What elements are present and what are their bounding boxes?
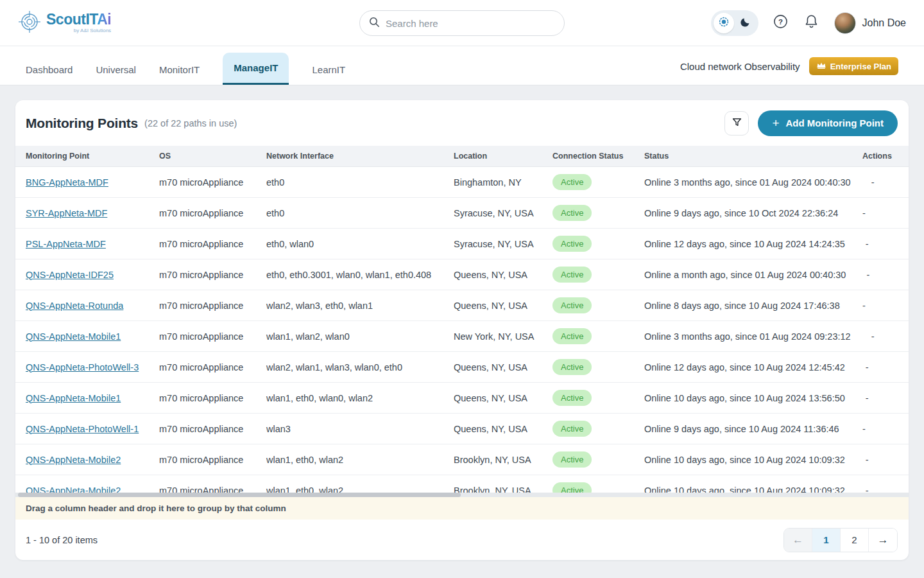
monitoring-point-link[interactable]: QNS-AppNeta-Mobile1 bbox=[26, 393, 121, 403]
location-cell: Queens, NY, USA bbox=[443, 301, 542, 311]
col-header-actions[interactable]: Actions bbox=[852, 152, 909, 161]
filter-funnel-icon bbox=[732, 117, 742, 130]
network-interface-cell: wlan1, wlan2, wlan0 bbox=[256, 331, 443, 342]
table-row: QNS-AppNeta-PhotoWell-3 m70 microApplian… bbox=[15, 352, 909, 383]
network-interface-cell: eth0 bbox=[256, 208, 443, 218]
table-row: QNS-AppNeta-Mobile2 m70 microAppliance w… bbox=[15, 444, 909, 475]
actions-cell[interactable]: - bbox=[861, 331, 909, 342]
tab-manageit[interactable]: ManageIT bbox=[223, 53, 289, 85]
table-body: BNG-AppNeta-MDF m70 microAppliance eth0 … bbox=[15, 167, 909, 497]
prev-page-button[interactable]: ← bbox=[784, 529, 812, 552]
tab-monitorit[interactable]: MonitorIT bbox=[159, 55, 200, 85]
network-interface-cell: wlan3 bbox=[256, 424, 443, 434]
horizontal-scrollbar-thumb[interactable] bbox=[18, 493, 461, 497]
tab-universal[interactable]: Universal bbox=[96, 55, 136, 85]
svg-text:?: ? bbox=[778, 18, 783, 26]
os-cell: m70 microAppliance bbox=[149, 239, 256, 249]
network-interface-cell: eth0, eth0.3001, wlan0, wlan1, eth0.408 bbox=[256, 270, 443, 280]
light-mode-button[interactable] bbox=[714, 13, 734, 33]
os-cell: m70 microAppliance bbox=[149, 270, 256, 280]
group-by-drop-zone: Drag a column header and drop it here to… bbox=[15, 497, 909, 520]
actions-cell[interactable]: - bbox=[855, 239, 909, 249]
connection-status-badge: Active bbox=[552, 267, 592, 283]
col-header-location[interactable]: Location bbox=[443, 152, 542, 161]
help-button[interactable]: ? bbox=[773, 15, 789, 31]
connection-status-badge: Active bbox=[552, 359, 592, 375]
tab-learnit[interactable]: LearnIT bbox=[312, 55, 345, 85]
status-cell: Online 3 months ago, since 01 Aug 2024 0… bbox=[634, 177, 861, 188]
page-button-2[interactable]: 2 bbox=[841, 529, 869, 552]
status-cell: Online 9 days ago, since 10 Oct 2024 22:… bbox=[634, 208, 852, 218]
table-row: QNS-AppNeta-IDF25 m70 microAppliance eth… bbox=[15, 259, 909, 290]
avatar bbox=[834, 12, 856, 34]
plus-icon: + bbox=[772, 117, 779, 129]
user-menu[interactable]: John Doe bbox=[834, 12, 907, 34]
location-cell: Brooklyn, NY, USA bbox=[443, 455, 542, 465]
search-icon bbox=[369, 17, 380, 30]
os-cell: m70 microAppliance bbox=[149, 177, 256, 188]
page-button-1[interactable]: 1 bbox=[812, 529, 841, 552]
pagination-bar: 1 - 10 of 20 items ← 1 2 → bbox=[15, 520, 909, 560]
tab-dashboard[interactable]: Dashboard bbox=[26, 55, 73, 85]
network-interface-cell: eth0, wlan0 bbox=[256, 239, 443, 249]
theme-toggle[interactable] bbox=[711, 10, 758, 36]
connection-status-badge: Active bbox=[552, 451, 592, 468]
table-row: QNS-AppNeta-Mobile1 m70 microAppliance w… bbox=[15, 383, 909, 414]
network-interface-cell: eth0 bbox=[256, 177, 443, 188]
next-page-button[interactable]: → bbox=[869, 529, 897, 552]
os-cell: m70 microAppliance bbox=[149, 455, 256, 465]
logo-target-icon bbox=[18, 10, 41, 36]
status-cell: Online 10 days ago, since 10 Aug 2024 13… bbox=[634, 393, 855, 403]
brand-name: ScoutITAi bbox=[46, 12, 111, 27]
table-row: QNS-AppNeta-Rotunda m70 microAppliance w… bbox=[15, 290, 909, 321]
sun-icon bbox=[718, 16, 730, 30]
status-cell: Online a month ago, since 01 Aug 2024 00… bbox=[634, 270, 856, 280]
col-header-connection-status[interactable]: Connection Status bbox=[542, 152, 634, 161]
app-logo[interactable]: ScoutITAi by A&I Solutions bbox=[18, 10, 111, 36]
monitoring-point-link[interactable]: QNS-AppNeta-PhotoWell-1 bbox=[26, 424, 139, 434]
actions-cell[interactable]: - bbox=[861, 177, 909, 188]
monitoring-points-card: Monitoring Points (22 of 22 paths in use… bbox=[15, 100, 909, 560]
monitoring-point-link[interactable]: BNG-AppNeta-MDF bbox=[26, 177, 108, 188]
col-header-os[interactable]: OS bbox=[149, 152, 256, 161]
monitoring-point-link[interactable]: QNS-AppNeta-Mobile1 bbox=[26, 331, 121, 342]
pager: ← 1 2 → bbox=[783, 528, 898, 552]
actions-cell[interactable]: - bbox=[852, 424, 909, 434]
top-header: ScoutITAi by A&I Solutions bbox=[0, 0, 924, 46]
monitoring-point-link[interactable]: SYR-AppNeta-MDF bbox=[26, 208, 107, 218]
monitoring-point-link[interactable]: QNS-AppNeta-Mobile2 bbox=[26, 455, 121, 465]
actions-cell[interactable]: - bbox=[855, 362, 909, 372]
status-cell: Online 12 days ago, since 10 Aug 2024 12… bbox=[634, 362, 855, 372]
filter-button[interactable] bbox=[724, 111, 749, 136]
connection-status-badge: Active bbox=[552, 328, 592, 344]
network-interface-cell: wlan1, eth0, wlan0, wlan2 bbox=[256, 393, 443, 403]
col-header-monitoring-point[interactable]: Monitoring Point bbox=[15, 152, 149, 161]
add-monitoring-point-button[interactable]: + Add Monitoring Point bbox=[758, 110, 898, 136]
os-cell: m70 microAppliance bbox=[149, 301, 256, 311]
col-header-status[interactable]: Status bbox=[634, 152, 852, 161]
monitoring-point-link[interactable]: QNS-AppNeta-IDF25 bbox=[26, 270, 114, 280]
col-header-network-interface[interactable]: Network Interface bbox=[256, 152, 443, 161]
location-cell: Queens, NY, USA bbox=[443, 424, 542, 434]
location-cell: Syracuse, NY, USA bbox=[443, 208, 542, 218]
table-row: QNS-AppNeta-Mobile1 m70 microAppliance w… bbox=[15, 321, 909, 352]
actions-cell[interactable]: - bbox=[856, 270, 909, 280]
search-input[interactable] bbox=[386, 18, 555, 29]
notifications-button[interactable] bbox=[803, 15, 820, 31]
location-cell: Queens, NY, USA bbox=[443, 362, 542, 372]
items-summary: 1 - 10 of 20 items bbox=[26, 535, 98, 545]
actions-cell[interactable]: - bbox=[852, 208, 909, 218]
monitoring-point-link[interactable]: QNS-AppNeta-Rotunda bbox=[26, 301, 123, 311]
connection-status-badge: Active bbox=[552, 174, 592, 190]
os-cell: m70 microAppliance bbox=[149, 362, 256, 372]
monitoring-point-link[interactable]: PSL-AppNeta-MDF bbox=[26, 239, 106, 249]
dark-mode-button[interactable] bbox=[735, 13, 756, 33]
actions-cell[interactable]: - bbox=[852, 301, 909, 311]
table-header-row: Monitoring Point OS Network Interface Lo… bbox=[15, 146, 909, 167]
connection-status-badge: Active bbox=[552, 421, 592, 437]
plan-badge[interactable]: Enterprise Plan bbox=[809, 57, 898, 75]
actions-cell[interactable]: - bbox=[855, 455, 909, 465]
actions-cell[interactable]: - bbox=[855, 393, 909, 403]
monitoring-point-link[interactable]: QNS-AppNeta-PhotoWell-3 bbox=[26, 362, 139, 372]
global-search[interactable] bbox=[359, 10, 565, 36]
